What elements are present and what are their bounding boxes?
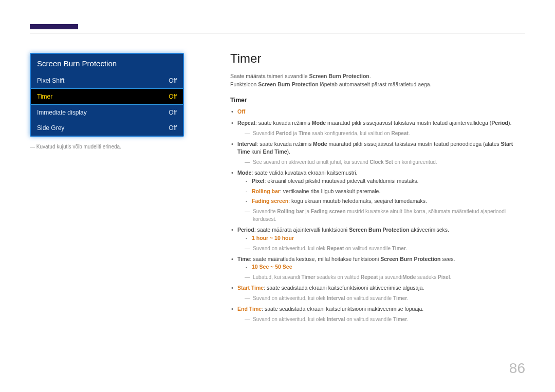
note: Suvand on aktiveeritud, kui olek Repeat … bbox=[245, 245, 525, 252]
right-column: Timer Saate määrata taimeri suvandile Sc… bbox=[230, 51, 525, 326]
menu-value: Off bbox=[169, 109, 177, 116]
menu-screenshot: Screen Burn Protection Pixel Shift Off T… bbox=[30, 53, 184, 137]
note: Suvandid Period ja Time saab konfigureer… bbox=[245, 129, 525, 137]
menu-label: Timer bbox=[37, 93, 52, 100]
intro-line-1: Saate määrata taimeri suvandile Screen B… bbox=[230, 73, 525, 79]
period-range: 1 hour ~ 10 hour bbox=[252, 234, 525, 242]
menu-label: Side Grey bbox=[37, 124, 64, 132]
subsection-heading: Timer bbox=[230, 97, 525, 104]
section-heading: Timer bbox=[230, 51, 525, 66]
top-rule bbox=[30, 33, 525, 33]
menu-row-side-grey: Side Grey Off bbox=[31, 120, 183, 136]
opt-mode-fading-screen: Fading screen: kogu ekraan muutub heleda… bbox=[252, 197, 525, 206]
menu-label: Immediate display bbox=[37, 109, 87, 116]
menu-value: Off bbox=[169, 124, 177, 132]
page-number: 86 bbox=[509, 360, 525, 377]
menu-label: Pixel Shift bbox=[37, 77, 64, 84]
intro-line-2: Funktsioon Screen Burn Protection lõpeta… bbox=[230, 81, 525, 87]
menu-row-immediate-display: Immediate display Off bbox=[31, 105, 183, 120]
opt-end-time: End Time: saate seadistada ekraani kaits… bbox=[237, 305, 525, 323]
opt-mode-pixel: Pixel: ekraanil olevad pikslid muutuvad … bbox=[252, 177, 525, 185]
menu-value: Off bbox=[169, 93, 177, 100]
left-column: Screen Burn Protection Pixel Shift Off T… bbox=[30, 53, 184, 150]
note: Suvand on aktiveeritud, kui olek Interva… bbox=[245, 315, 525, 323]
opt-mode: Mode: saate valida kuvatava ekraani kait… bbox=[237, 169, 525, 223]
image-footnote: Kuvatud kujutis võib mudeliti erineda. bbox=[30, 144, 184, 150]
option-list: Off Repeat: saate kuvada režiimis Mode m… bbox=[230, 108, 525, 323]
menu-row-timer: Timer Off bbox=[30, 88, 183, 105]
opt-off: Off bbox=[237, 108, 525, 116]
chapter-marker bbox=[30, 24, 78, 29]
note: Suvand on aktiveeritud, kui olek Interva… bbox=[245, 294, 525, 302]
opt-start-time: Start Time: saate seadistada ekraani kai… bbox=[237, 284, 525, 302]
menu-title: Screen Burn Protection bbox=[31, 54, 183, 73]
time-range: 10 Sec ~ 50 Sec bbox=[252, 263, 525, 271]
menu-row-pixel-shift: Pixel Shift Off bbox=[31, 73, 183, 88]
opt-time: Time: saate määratleda kestuse, millal h… bbox=[237, 255, 525, 282]
opt-repeat: Repeat: saate kuvada režiimis Mode määra… bbox=[237, 119, 525, 137]
opt-period: Period: saate määrata ajaintervalli funk… bbox=[237, 226, 525, 252]
note: See suvand on aktiveeritud ainult juhul,… bbox=[245, 158, 525, 166]
menu-value: Off bbox=[169, 77, 177, 84]
note: Suvandite Rolling bar ja Fading screen m… bbox=[245, 208, 525, 223]
opt-mode-rolling-bar: Rolling bar: vertikaalne riba liigub vas… bbox=[252, 188, 525, 196]
note: Lubatud, kui suvandi Timer seadeks on va… bbox=[245, 273, 525, 281]
opt-interval: Interval: saate kuvada režiimis Mode mää… bbox=[237, 140, 525, 166]
